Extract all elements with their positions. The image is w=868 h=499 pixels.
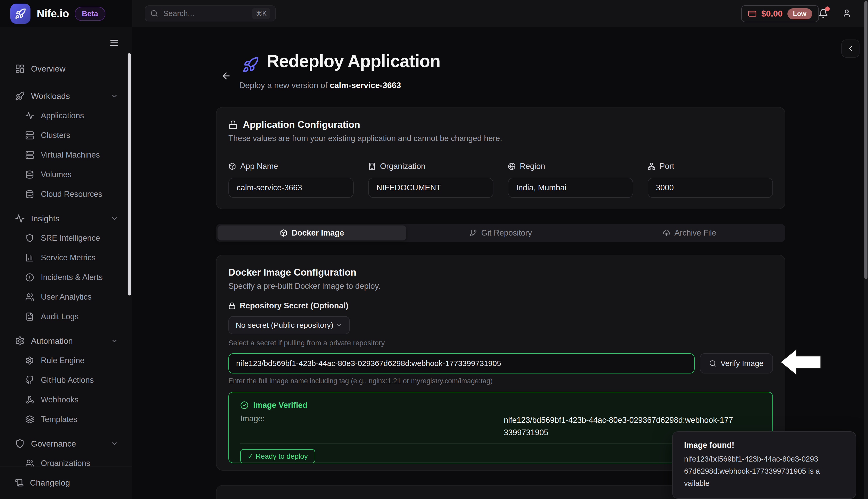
deploy-source-tabs: Docker ImageGit RepositoryArchive File [216, 224, 785, 242]
page-scrollbar-thumb[interactable] [864, 1, 867, 279]
sidebar-item-label: Changelog [30, 478, 70, 488]
field-value-port[interactable]: 3000 [648, 178, 773, 198]
sidebar-item-label: Overview [31, 64, 65, 74]
image-help-text: Enter the full image name including tag … [228, 377, 773, 385]
sidebar-item-webhooks[interactable]: Webhooks [0, 390, 132, 410]
page-title: Redeploy Application [267, 51, 440, 71]
sidebar-item-label: Service Metrics [41, 253, 96, 263]
globe-icon [508, 162, 516, 170]
secret-help-text: Select a secret if pulling from a privat… [228, 339, 773, 347]
repository-secret-select[interactable]: No secret (Public repository) [228, 316, 350, 334]
sidebar-item-incidents-alerts[interactable]: Incidents & Alerts [0, 268, 132, 287]
menu-icon[interactable] [109, 38, 119, 48]
sidebar-item-label: Incidents & Alerts [41, 273, 103, 282]
user-menu-button[interactable] [842, 9, 852, 18]
sidebar-item-user-analytics[interactable]: User Analytics [0, 287, 132, 307]
sidebar-item-rule-engine[interactable]: Rule Engine [0, 351, 132, 370]
toast-title: Image found! [684, 441, 844, 450]
sidebar-item-service-metrics[interactable]: Service Metrics [0, 248, 132, 268]
sidebar-item-label: Cloud Resources [41, 190, 102, 199]
docker-image-input[interactable] [228, 353, 695, 374]
application-configuration-card: Application Configuration These values a… [216, 107, 785, 209]
sidebar-item-label: Applications [41, 111, 84, 120]
card-title: Docker Image Configuration [228, 267, 773, 278]
check-circle-icon [240, 401, 248, 409]
tab-git-repository[interactable]: Git Repository [406, 226, 595, 241]
tab-docker-image[interactable]: Docker Image [218, 226, 406, 241]
sidebar-item-label: Virtual Machines [41, 150, 100, 160]
main-content: Redeploy Application Deploy a new versio… [132, 27, 868, 499]
chevron-down-icon [111, 337, 118, 345]
activity-icon [25, 111, 34, 120]
package-icon [280, 229, 288, 237]
repository-secret-label: Repository Secret (Optional) [228, 301, 773, 311]
notifications-button[interactable] [818, 9, 828, 19]
chevron-down-icon [111, 215, 118, 222]
sidebar-item-automation[interactable]: Automation [0, 331, 132, 351]
sidebar-item-overview[interactable]: Overview [0, 59, 132, 78]
sidebar-item-workloads[interactable]: Workloads [0, 86, 132, 106]
server-icon [25, 131, 34, 140]
alert-circle-icon [25, 273, 34, 282]
sidebar-item-virtual-machines[interactable]: Virtual Machines [0, 145, 132, 165]
search-box[interactable]: ⌘K [145, 5, 276, 22]
sidebar-item-organizations[interactable]: Organizations [0, 453, 132, 466]
search-input[interactable] [163, 9, 252, 18]
sidebar-item-label: Volumes [41, 170, 72, 179]
tab-archive-file[interactable]: Archive File [595, 226, 784, 241]
sidebar-item-label: Automation [31, 336, 73, 346]
search-shortcut: ⌘K [252, 8, 270, 19]
arrow-left-icon [221, 71, 231, 81]
sidebar-item-label: Templates [41, 415, 77, 424]
sidebar-item-audit-logs[interactable]: Audit Logs [0, 307, 132, 327]
config-fields: App Namecalm-service-3663OrganizationNIF… [228, 162, 773, 198]
sidebar-item-changelog[interactable]: Changelog [0, 466, 132, 499]
chevron-down-icon [335, 321, 343, 329]
verify-image-button[interactable]: Verify Image [700, 353, 773, 374]
brand-name: Nife.io [37, 8, 69, 20]
scroll-icon [15, 478, 24, 487]
app-screen: Nife.io Beta ⌘K $0.00 Low OverviewWorklo… [0, 0, 868, 499]
network-icon [648, 162, 656, 170]
lock-icon [228, 302, 236, 309]
chevron-down-icon [111, 440, 118, 448]
server-icon [25, 150, 34, 159]
notification-dot [825, 7, 830, 11]
toast-notification[interactable]: Image found! nife123/bd569bf1-423b-44ac-… [672, 431, 856, 499]
sidebar-item-label: Webhooks [41, 395, 78, 404]
sidebar-nav: OverviewWorkloadsApplicationsClustersVir… [0, 52, 132, 466]
sidebar-item-clusters[interactable]: Clusters [0, 125, 132, 145]
config-field-port: Port3000 [648, 162, 773, 198]
sidebar: OverviewWorkloadsApplicationsClustersVir… [0, 27, 133, 499]
webhook-icon [25, 395, 34, 404]
field-value-organization[interactable]: NIFEDOCUMENT [368, 178, 493, 198]
sidebar-item-cloud-resources[interactable]: Cloud Resources [0, 184, 132, 204]
brand-logo[interactable] [10, 4, 30, 24]
balance-chip[interactable]: $0.00 Low [741, 5, 819, 22]
database-icon [25, 190, 34, 199]
collapse-panel-button[interactable] [841, 39, 859, 58]
card-title: Application Configuration [243, 119, 360, 130]
field-value-region[interactable]: India, Mumbai [508, 178, 633, 198]
sidebar-item-templates[interactable]: Templates [0, 410, 132, 429]
chevron-down-icon [111, 92, 118, 100]
lock-icon [228, 120, 238, 130]
sidebar-item-github-actions[interactable]: GitHub Actions [0, 370, 132, 390]
credit-card-icon [748, 9, 757, 18]
sidebar-item-sre-intelligence[interactable]: SRE Intelligence [0, 228, 132, 248]
back-button[interactable] [219, 69, 233, 83]
config-field-region: RegionIndia, Mumbai [508, 162, 633, 198]
sidebar-item-volumes[interactable]: Volumes [0, 165, 132, 184]
sidebar-item-label: SRE Intelligence [41, 233, 100, 243]
sidebar-scrollbar[interactable] [127, 53, 131, 295]
bar-chart-icon [25, 253, 34, 262]
field-value-app-name[interactable]: calm-service-3663 [228, 178, 354, 198]
tab-label: Archive File [674, 228, 716, 238]
sidebar-item-label: Rule Engine [41, 356, 85, 365]
ready-to-deploy-badge: ✓ Ready to deploy [240, 449, 315, 463]
beta-badge: Beta [75, 7, 106, 21]
sidebar-item-governance[interactable]: Governance [0, 434, 132, 453]
tab-label: Git Repository [481, 228, 532, 238]
sidebar-item-insights[interactable]: Insights [0, 209, 132, 228]
sidebar-item-applications[interactable]: Applications [0, 106, 132, 125]
